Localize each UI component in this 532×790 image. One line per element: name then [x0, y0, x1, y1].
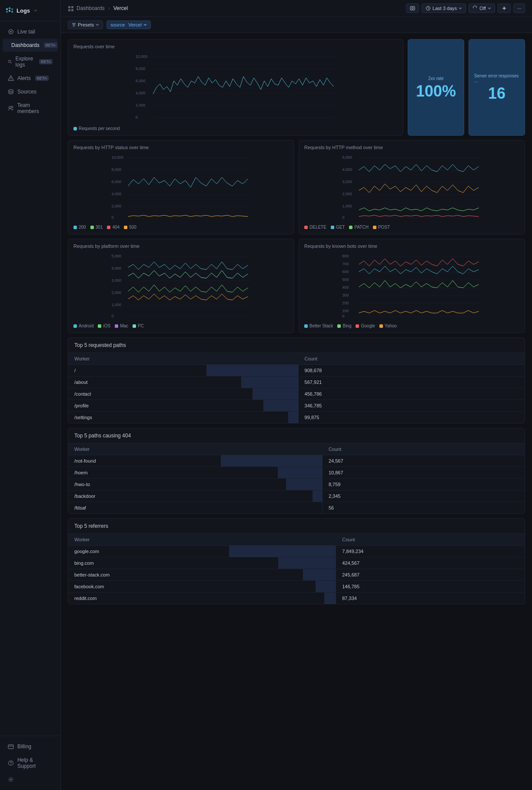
- legend-item-post: POST: [373, 225, 390, 230]
- table-cell-count: 2,345: [323, 490, 525, 502]
- sidebar-item-explore-logs[interactable]: Explore logs BETA: [3, 52, 58, 71]
- sidebar-item-team-members[interactable]: Team members: [3, 99, 58, 118]
- sidebar-item-settings[interactable]: [3, 773, 58, 786]
- col-header-worker-paths: Worker: [68, 353, 299, 365]
- table-cell-worker: /contact: [68, 388, 299, 400]
- breadcrumb-separator: ›: [108, 5, 110, 11]
- sidebar-item-billing[interactable]: Billing: [3, 740, 58, 753]
- svg-point-12: [8, 60, 10, 63]
- panel-known-bots: Requests by known bots over time 800 700…: [299, 239, 525, 333]
- svg-rect-5: [11, 11, 13, 13]
- svg-text:5,000: 5,000: [112, 254, 122, 258]
- paths-table: Worker Count /908,678/about567,921/conta…: [68, 353, 525, 423]
- svg-text:3,000: 3,000: [112, 278, 122, 283]
- sidebar-item-label: Live tail: [17, 29, 35, 35]
- sidebar-item-live-tail[interactable]: Live tail: [3, 25, 58, 38]
- dashboard-content: Requests over time 10,000 8,000 6,000 4,…: [61, 33, 532, 615]
- col-header-count-404: Count: [323, 443, 525, 455]
- sidebar-badge-dashboards: BETA: [44, 43, 57, 48]
- svg-text:3,000: 3,000: [342, 180, 352, 184]
- table-cell-count: 245,687: [336, 569, 525, 581]
- table-cell-worker: /settings: [68, 412, 299, 423]
- col-header-count-paths: Count: [299, 353, 525, 365]
- sidebar-item-label: Team members: [17, 102, 53, 114]
- main-content: Dashboards › Vercel Last 3 days: [61, 0, 532, 790]
- panel-title: Requests over time: [73, 44, 398, 49]
- panel-row-3: Requests by platform over time 5,000 4,0…: [68, 239, 525, 333]
- sidebar-item-help-support[interactable]: Help & Support: [3, 753, 58, 773]
- svg-rect-22: [71, 6, 73, 8]
- table-row: /profile346,785: [68, 400, 525, 412]
- svg-text:100: 100: [342, 309, 349, 313]
- stat-label-server-error: Server error responses ...: [474, 73, 519, 83]
- svg-rect-0: [6, 8, 8, 10]
- table-title-referrers: Top 5 referrers: [68, 519, 525, 534]
- more-button[interactable]: ···: [513, 3, 525, 13]
- svg-text:0: 0: [342, 314, 345, 318]
- sidebar-item-sources[interactable]: Sources: [3, 85, 58, 98]
- breadcrumb-current: Vercel: [113, 5, 128, 11]
- svg-text:4,000: 4,000: [136, 91, 146, 95]
- svg-text:8,000: 8,000: [112, 167, 122, 172]
- topbar-actions: Last 3 days Off ···: [406, 3, 525, 13]
- sidebar-item-label: Alerts: [17, 75, 31, 81]
- table-row: /not-found24,567: [68, 455, 525, 467]
- table-row: reddit.com87,334: [68, 593, 525, 604]
- table-cell-worker: /hoem: [68, 467, 323, 479]
- svg-point-26: [412, 7, 413, 9]
- table-cell-worker: facebook.com: [68, 581, 336, 593]
- svg-text:2,000: 2,000: [112, 204, 122, 208]
- table-cell-count: 146,785: [336, 581, 525, 593]
- panel-http-method: Requests by HTTP method over time 5,000 …: [299, 140, 525, 234]
- legend-item-delete: DELETE: [304, 225, 326, 230]
- svg-point-15: [9, 107, 11, 109]
- 404-table: Worker Count /not-found24,567/hoem10,867…: [68, 443, 525, 513]
- chart-legend-requests: Requests per second: [73, 126, 398, 131]
- time-range-button[interactable]: Last 3 days: [422, 3, 466, 13]
- svg-point-7: [10, 31, 12, 33]
- presets-button[interactable]: Presets: [68, 20, 103, 29]
- svg-text:0: 0: [136, 115, 138, 120]
- help-support-label: Help & Support: [17, 757, 53, 769]
- source-filter[interactable]: source Vercel: [106, 20, 151, 29]
- table-row: facebook.com146,785: [68, 581, 525, 593]
- svg-text:10,000: 10,000: [136, 54, 148, 59]
- table-top5-referrers: Top 5 referrers Worker Count google.com7…: [68, 518, 525, 604]
- table-row: google.com7,849,234: [68, 546, 525, 557]
- table-cell-count: 567,921: [299, 377, 525, 388]
- app-logo[interactable]: Logs: [0, 0, 60, 21]
- legend-item-404: 404: [107, 225, 120, 230]
- add-button[interactable]: [498, 3, 511, 13]
- screenshot-button[interactable]: [406, 3, 419, 13]
- filter-value: Vercel: [128, 22, 142, 27]
- breadcrumb-parent[interactable]: Dashboards: [76, 5, 105, 11]
- svg-point-16: [11, 106, 13, 108]
- table-cell-worker: better-stack.com: [68, 569, 336, 581]
- col-header-worker-404: Worker: [68, 443, 323, 455]
- panel-title-bots: Requests by known bots over time: [304, 243, 519, 249]
- chart-http-status: 10,000 8,000 6,000 4,000 2,000 0: [73, 153, 289, 222]
- table-cell-worker: /: [68, 365, 299, 377]
- svg-text:400: 400: [342, 285, 349, 290]
- panel-title-http-status: Requests by HTTP status over time: [73, 145, 289, 150]
- table-cell-count: 24,567: [323, 455, 525, 467]
- table-cell-count: 87,334: [336, 593, 525, 604]
- sidebar-item-alerts[interactable]: Alerts BETA: [3, 72, 58, 85]
- svg-text:1,000: 1,000: [112, 303, 122, 307]
- sidebar-item-dashboards[interactable]: Dashboards BETA: [3, 39, 58, 52]
- table-cell-worker: /backdoor: [68, 490, 323, 502]
- table-top5-paths: Top 5 requested paths Worker Count /908,…: [68, 337, 525, 423]
- svg-text:2,000: 2,000: [342, 192, 352, 196]
- legend-ios: iOS: [98, 323, 110, 328]
- refresh-button[interactable]: Off: [469, 3, 495, 13]
- table-row: /contact456,786: [68, 388, 525, 400]
- panel-requests-over-time: Requests over time 10,000 8,000 6,000 4,…: [68, 39, 403, 136]
- svg-text:0: 0: [342, 215, 345, 220]
- sidebar: Logs Live tail Dashboards BETA: [0, 0, 61, 790]
- svg-text:5,000: 5,000: [342, 155, 352, 160]
- svg-text:2,000: 2,000: [136, 103, 146, 107]
- app-name: Logs: [17, 7, 30, 14]
- panel-row-2: Requests by HTTP status over time 10,000…: [68, 140, 525, 234]
- legend-item-500: 500: [124, 225, 136, 230]
- svg-point-19: [10, 764, 11, 764]
